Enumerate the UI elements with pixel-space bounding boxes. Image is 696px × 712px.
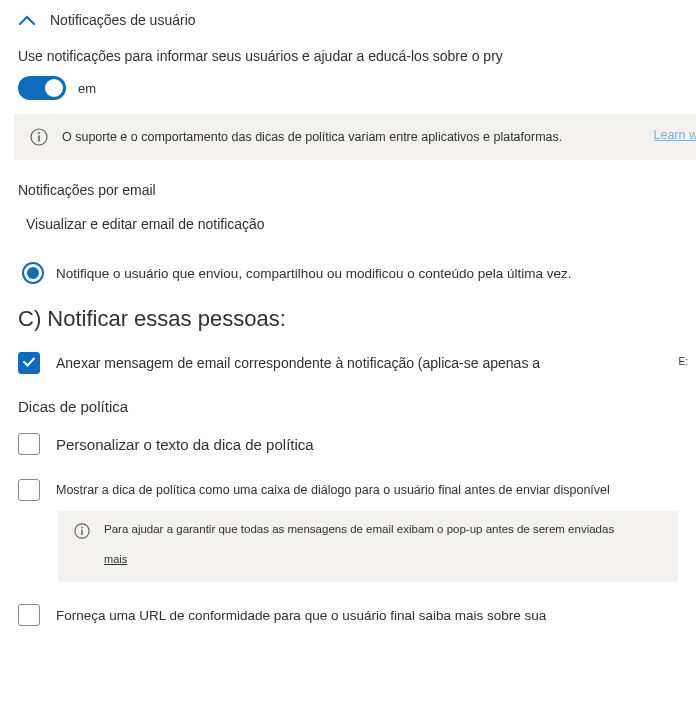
checkbox-checked-icon — [18, 352, 40, 374]
info-bar-text: O suporte e o comportamento das dicas de… — [62, 130, 680, 144]
customize-tip-text-label: Personalizar o texto da dica de política — [56, 436, 314, 453]
attach-email-checkbox-label: Anexar mensagem de email correspondente … — [56, 355, 540, 371]
nested-info-text: Para ajudar a garantir que todas as mens… — [104, 523, 614, 535]
compliance-url-checkbox-row[interactable]: Forneça uma URL de conformidade para que… — [18, 604, 678, 626]
policy-tips-heading: Dicas de política — [18, 398, 678, 415]
customize-tip-text-checkbox-row[interactable]: Personalizar o texto da dica de política — [18, 433, 678, 455]
info-icon — [30, 128, 48, 146]
svg-rect-2 — [38, 132, 40, 134]
email-notifications-heading: Notificações por email — [18, 182, 678, 198]
notify-these-people-heading: C) Notificar essas pessoas: — [18, 306, 678, 332]
truncated-suffix: E: — [679, 356, 688, 367]
info-bar: O suporte e o comportamento das dicas de… — [14, 114, 696, 160]
learn-link[interactable]: Learn w — [654, 128, 696, 142]
section-title: Notificações de usuário — [50, 12, 196, 28]
radio-selected-icon — [22, 262, 44, 284]
section-header[interactable]: Notificações de usuário — [18, 12, 678, 28]
edit-notification-email-link[interactable]: Visualizar e editar email de notificação — [26, 216, 678, 232]
show-tip-dialog-checkbox-row[interactable]: Mostrar a dica de política como uma caix… — [18, 479, 678, 501]
nested-info-bar: Para ajudar a garantir que todas as mens… — [58, 511, 678, 582]
checkbox-unchecked-icon — [18, 433, 40, 455]
svg-rect-5 — [81, 527, 82, 529]
intro-text: Use notificações para informar seus usuá… — [18, 48, 678, 64]
chevron-up-icon — [18, 13, 36, 27]
svg-rect-1 — [38, 136, 40, 142]
mais-link[interactable]: mais — [104, 553, 127, 565]
notifications-toggle[interactable] — [18, 76, 66, 100]
notify-user-radio-label: Notifique o usuário que enviou, comparti… — [56, 266, 572, 281]
info-icon — [74, 523, 92, 541]
svg-rect-4 — [81, 530, 82, 535]
compliance-url-label: Forneça uma URL de conformidade para que… — [56, 608, 546, 623]
show-tip-dialog-label: Mostrar a dica de política como uma caix… — [56, 483, 610, 497]
toggle-label: em — [78, 81, 96, 96]
notify-user-radio-row[interactable]: Notifique o usuário que enviou, comparti… — [22, 262, 678, 284]
attach-email-checkbox-row[interactable]: Anexar mensagem de email correspondente … — [18, 352, 678, 374]
notifications-toggle-row: em — [18, 76, 678, 100]
checkbox-unchecked-icon — [18, 604, 40, 626]
checkbox-unchecked-icon — [18, 479, 40, 501]
